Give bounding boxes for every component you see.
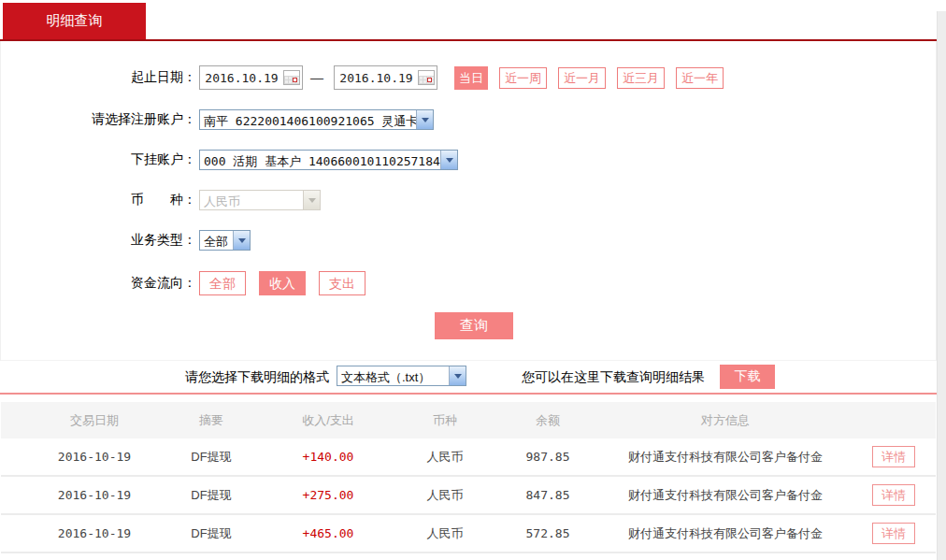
register-account-label: 请选择注册账户： — [0, 111, 196, 128]
col-header-summary: 摘要 — [160, 412, 263, 429]
fund-flow-all-button[interactable]: 全部 — [199, 271, 246, 295]
start-date-input[interactable]: 2016.10.19 — [199, 65, 303, 90]
sub-account-value: 000 活期 基本户 1406600101102571848 — [200, 151, 440, 169]
chevron-down-icon[interactable] — [449, 366, 466, 385]
cell-counterparty: 财付通支付科技有限公司客户备付金 — [599, 525, 852, 542]
end-date-value: 2016.10.19 — [335, 71, 418, 85]
cell-date: 2016-10-19 — [29, 450, 160, 464]
quick-range-week-button[interactable]: 近一周 — [499, 67, 547, 89]
business-type-label: 业务类型： — [0, 232, 196, 249]
chevron-down-icon — [303, 191, 320, 209]
tab-label: 明细查询 — [47, 12, 103, 30]
quick-range-today-button[interactable]: 当日 — [454, 66, 488, 90]
fund-flow-expense-button[interactable]: 支出 — [319, 271, 366, 295]
end-date-input[interactable]: 2016.10.19 — [334, 65, 437, 90]
date-range-row: 起止日期： 2016.10.19 — 2016.10.19 当日 近一周 近一月… — [0, 65, 724, 90]
detail-query-page: 明细查询 起止日期： 2016.10.19 — 2016.10.19 当日 近一… — [0, 0, 946, 560]
cell-currency: 人民币 — [394, 525, 496, 542]
start-date-value: 2016.10.19 — [200, 71, 283, 85]
download-format-select[interactable]: 文本格式（.txt） — [337, 366, 466, 386]
register-account-row: 请选择注册账户： 南平 6222001406100921065 灵通卡 — [0, 109, 434, 130]
fund-flow-row: 资金流向： 全部 收入 支出 — [0, 271, 376, 295]
col-header-currency: 币种 — [394, 412, 496, 429]
section-divider — [0, 393, 937, 395]
calendar-icon[interactable] — [283, 70, 300, 85]
cell-summary: DF提现 — [160, 487, 263, 504]
table-row: 2016-10-19 DF提现 +465.00 人民币 572.85 财付通支付… — [1, 515, 936, 553]
col-header-balance: 余额 — [496, 412, 599, 429]
tab-detail-query[interactable]: 明细查询 — [3, 3, 146, 39]
cell-amount: +275.00 — [263, 488, 394, 502]
detail-button[interactable]: 详情 — [872, 446, 915, 467]
cell-date: 2016-10-19 — [29, 488, 160, 502]
cell-currency: 人民币 — [394, 449, 496, 466]
date-range-dash: — — [310, 70, 323, 85]
cell-summary: DF提现 — [160, 525, 263, 542]
business-type-select[interactable]: 全部 — [199, 230, 251, 251]
register-account-select[interactable]: 南平 6222001406100921065 灵通卡 — [199, 109, 434, 130]
currency-value: 人民币 — [200, 191, 303, 209]
chevron-down-icon[interactable] — [440, 151, 457, 169]
chevron-down-icon[interactable] — [416, 110, 433, 129]
scrollbar-track[interactable] — [937, 11, 946, 560]
cell-summary: DF提现 — [160, 449, 263, 466]
table-header: 交易日期 摘要 收入/支出 币种 余额 对方信息 — [1, 402, 936, 438]
chevron-down-icon[interactable] — [233, 231, 250, 250]
sub-account-row: 下挂账户： 000 活期 基本户 1406600101102571848 — [0, 150, 458, 170]
download-format-label: 请您选择下载明细的格式 — [0, 365, 329, 389]
quick-range-quarter-button[interactable]: 近三月 — [617, 67, 665, 89]
cell-counterparty: 财付通支付科技有限公司客户备付金 — [599, 449, 852, 466]
col-header-date: 交易日期 — [29, 412, 160, 429]
quick-range-month-button[interactable]: 近一月 — [558, 67, 606, 89]
currency-select: 人民币 — [199, 190, 321, 210]
cell-balance: 847.85 — [496, 488, 599, 502]
currency-row: 币 种： 人民币 — [0, 190, 321, 210]
cell-counterparty: 财付通支付科技有限公司客户备付金 — [599, 487, 852, 504]
sub-account-select[interactable]: 000 活期 基本户 1406600101102571848 — [199, 150, 458, 170]
cell-amount: +465.00 — [263, 526, 394, 540]
quick-range-year-button[interactable]: 近一年 — [676, 67, 724, 89]
register-account-value: 南平 6222001406100921065 灵通卡 — [200, 110, 416, 129]
download-button[interactable]: 下载 — [720, 365, 775, 389]
business-type-value: 全部 — [200, 231, 233, 250]
fund-flow-income-button[interactable]: 收入 — [259, 271, 306, 295]
table-row: 2016-10-19 DF提现 +275.00 人民币 847.85 财付通支付… — [1, 477, 936, 515]
col-header-counterparty: 对方信息 — [599, 412, 852, 429]
download-format-value: 文本格式（.txt） — [337, 366, 449, 385]
date-range-label: 起止日期： — [0, 69, 196, 86]
currency-label: 币 种： — [0, 192, 196, 208]
cell-amount: +140.00 — [263, 450, 394, 464]
fund-flow-label: 资金流向： — [0, 275, 196, 292]
sub-account-label: 下挂账户： — [0, 151, 196, 168]
table-row: 2016-10-19 DF提现 +140.00 人民币 987.85 财付通支付… — [1, 438, 936, 477]
cell-currency: 人民币 — [394, 487, 496, 504]
query-button[interactable]: 查询 — [435, 312, 513, 339]
download-hint-text: 您可以在这里下载查询明细结果 — [522, 365, 705, 389]
detail-button[interactable]: 详情 — [872, 523, 915, 544]
business-type-row: 业务类型： 全部 — [0, 230, 251, 251]
cell-balance: 572.85 — [496, 526, 599, 540]
calendar-icon[interactable] — [418, 70, 435, 85]
cell-date: 2016-10-19 — [29, 526, 160, 540]
cell-balance: 987.85 — [496, 450, 599, 464]
col-header-amount: 收入/支出 — [263, 412, 394, 429]
detail-button[interactable]: 详情 — [872, 484, 915, 506]
